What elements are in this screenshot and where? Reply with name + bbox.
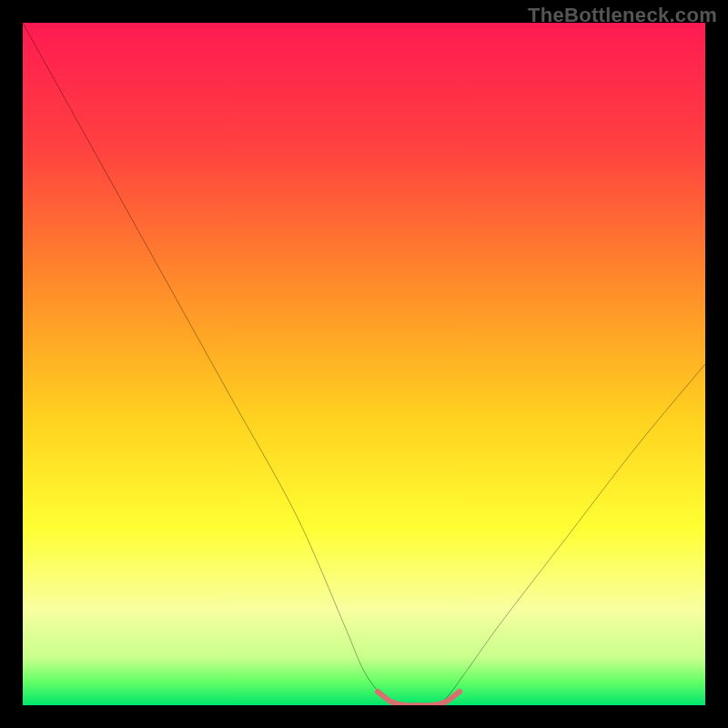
bottleneck-curve [23,23,705,705]
chart-frame: TheBottleneck.com [0,0,728,728]
plot-area [23,23,705,705]
watermark-text: TheBottleneck.com [528,4,717,27]
curve-layer [23,23,705,705]
optimal-band [378,692,460,705]
